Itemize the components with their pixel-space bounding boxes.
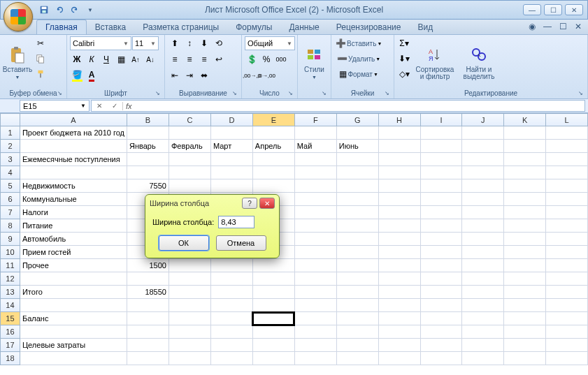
tab-review[interactable]: Рецензирование xyxy=(328,20,410,34)
cell[interactable] xyxy=(127,153,169,166)
cell[interactable] xyxy=(127,166,169,179)
cell[interactable] xyxy=(168,299,210,312)
format-painter-icon[interactable] xyxy=(34,67,48,81)
row-header[interactable]: 15 xyxy=(1,312,20,325)
cell[interactable] xyxy=(294,246,336,259)
column-header[interactable]: L xyxy=(546,114,588,126)
cell[interactable] xyxy=(420,272,462,286)
row-header[interactable]: 14 xyxy=(1,299,20,312)
cell[interactable] xyxy=(378,352,420,365)
ribbon-restore-icon[interactable]: ☐ xyxy=(557,21,568,32)
cell[interactable]: Автомобиль xyxy=(20,233,127,246)
cell[interactable] xyxy=(210,153,252,166)
cell[interactable] xyxy=(127,339,169,352)
cell[interactable] xyxy=(168,272,210,286)
row-header[interactable]: 8 xyxy=(1,219,20,233)
cell[interactable] xyxy=(504,246,546,259)
font-color-button[interactable]: A xyxy=(85,68,99,82)
cell[interactable] xyxy=(420,153,462,166)
qat-more-icon[interactable]: ▼ xyxy=(83,3,97,17)
cell[interactable] xyxy=(504,352,546,365)
cell[interactable] xyxy=(20,272,127,286)
cell[interactable]: Проект бюджета на 2010 год xyxy=(20,126,127,140)
cell[interactable] xyxy=(462,286,504,299)
cell[interactable] xyxy=(336,272,378,286)
cell[interactable] xyxy=(168,286,210,299)
cell[interactable] xyxy=(420,193,462,206)
column-header[interactable]: K xyxy=(504,114,546,126)
align-left-icon[interactable]: ≡ xyxy=(168,52,182,66)
cell[interactable] xyxy=(462,179,504,193)
cell[interactable] xyxy=(420,206,462,219)
name-box[interactable]: E15 ▼ xyxy=(20,100,89,112)
percent-icon[interactable]: % xyxy=(259,52,273,66)
tab-page-layout[interactable]: Разметка страницы xyxy=(134,20,227,34)
cell[interactable] xyxy=(210,166,252,179)
cell[interactable] xyxy=(210,339,252,352)
cell[interactable] xyxy=(336,339,378,352)
cell[interactable] xyxy=(462,206,504,219)
cell[interactable] xyxy=(378,166,420,179)
cell[interactable] xyxy=(168,352,210,365)
cell[interactable] xyxy=(168,166,210,179)
currency-icon[interactable]: 💲 xyxy=(245,52,259,66)
cell[interactable] xyxy=(546,339,588,352)
cell[interactable] xyxy=(294,126,336,140)
cell[interactable] xyxy=(168,126,210,140)
column-header[interactable]: I xyxy=(420,114,462,126)
ribbon-minimize-icon[interactable]: — xyxy=(542,21,553,32)
cell[interactable] xyxy=(420,286,462,299)
tab-home[interactable]: Главная xyxy=(36,20,87,34)
cell[interactable] xyxy=(378,272,420,286)
clear-icon[interactable]: ◇▾ xyxy=(397,67,411,81)
cell[interactable] xyxy=(127,325,169,339)
row-header[interactable]: 18 xyxy=(1,352,20,365)
cell[interactable] xyxy=(462,219,504,233)
cell[interactable] xyxy=(378,339,420,352)
cell[interactable] xyxy=(168,339,210,352)
cell[interactable] xyxy=(378,126,420,140)
cell[interactable] xyxy=(546,246,588,259)
cell[interactable] xyxy=(20,325,127,339)
cell[interactable] xyxy=(168,179,210,193)
cell[interactable] xyxy=(504,259,546,272)
cell[interactable] xyxy=(294,193,336,206)
cell[interactable] xyxy=(20,299,127,312)
maximize-button[interactable]: ☐ xyxy=(544,4,562,15)
cell[interactable]: 18550 xyxy=(127,286,169,299)
cell[interactable] xyxy=(127,312,169,325)
cell[interactable] xyxy=(378,312,420,325)
ok-button[interactable]: ОК xyxy=(159,235,209,251)
cell[interactable] xyxy=(336,286,378,299)
cell[interactable] xyxy=(546,325,588,339)
cancel-formula-icon[interactable]: ✕ xyxy=(92,102,107,110)
merge-button[interactable]: ⬌ xyxy=(197,68,211,82)
row-header[interactable]: 17 xyxy=(1,339,20,352)
undo-icon[interactable] xyxy=(52,3,66,17)
cell[interactable] xyxy=(20,140,127,153)
cell[interactable] xyxy=(252,339,294,352)
cell[interactable] xyxy=(420,325,462,339)
cell[interactable] xyxy=(546,166,588,179)
help-icon[interactable]: ◉ xyxy=(526,21,538,32)
shrink-font-icon[interactable]: A↓ xyxy=(143,52,157,66)
cell[interactable] xyxy=(420,126,462,140)
cell[interactable] xyxy=(252,153,294,166)
cell[interactable]: Прием гостей xyxy=(20,246,127,259)
row-header[interactable]: 3 xyxy=(1,153,20,166)
align-top-icon[interactable]: ⬆ xyxy=(168,36,182,50)
cell[interactable] xyxy=(504,286,546,299)
cell[interactable]: Баланс xyxy=(20,312,127,325)
cell[interactable] xyxy=(420,166,462,179)
cell[interactable] xyxy=(127,126,169,140)
dialog-help-button[interactable]: ? xyxy=(242,198,257,209)
font-name-combo[interactable]: Calibri▼ xyxy=(70,36,131,50)
cell[interactable]: Май xyxy=(294,140,336,153)
cell[interactable] xyxy=(336,246,378,259)
cell[interactable] xyxy=(336,325,378,339)
cell[interactable] xyxy=(294,166,336,179)
cell[interactable] xyxy=(378,325,420,339)
cell[interactable] xyxy=(546,299,588,312)
cell[interactable] xyxy=(546,153,588,166)
paste-button[interactable]: Вставить ▼ xyxy=(3,36,32,89)
